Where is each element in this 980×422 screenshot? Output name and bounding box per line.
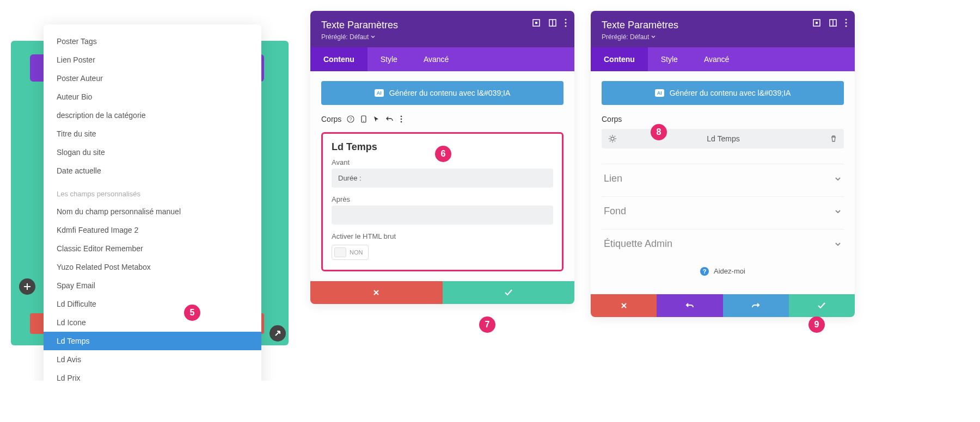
dynamic-field-row[interactable]: Ld Temps [602, 129, 844, 148]
chevron-down-icon [834, 240, 842, 248]
chevron-down-icon [371, 33, 375, 41]
svg-point-21 [611, 137, 614, 140]
dynamic-content-dropdown[interactable]: Poster TagsLien PosterPoster AuteurAuteu… [44, 24, 261, 381]
expand-circle-icon[interactable] [270, 325, 286, 342]
dropdown-section-label: Les champs personnalisés [44, 180, 261, 202]
generate-ai-button[interactable]: AI Générer du contenu avec l&#039;IA [321, 81, 564, 105]
step-badge-5: 5 [184, 305, 200, 321]
corps-label: Corps [321, 115, 341, 123]
phone-icon[interactable] [361, 115, 366, 123]
gear-icon[interactable] [608, 134, 617, 143]
panel-title: Texte Paramètres [321, 20, 564, 31]
undo-icon[interactable] [386, 115, 394, 123]
dropdown-item[interactable]: Ld Icone [44, 313, 261, 332]
before-input[interactable] [332, 169, 553, 188]
svg-rect-15 [816, 22, 818, 24]
focus-icon[interactable] [812, 18, 821, 27]
step-badge-6: 6 [435, 146, 451, 162]
accordion-admin-label[interactable]: Étiquette Admin [602, 229, 844, 258]
svg-point-4 [565, 19, 567, 21]
trash-icon[interactable] [830, 135, 837, 142]
svg-point-10 [364, 121, 365, 122]
accordion-background[interactable]: Fond [602, 196, 844, 226]
generate-ai-button[interactable]: AI Générer du contenu avec l&#039;IA [602, 81, 844, 105]
ai-badge-icon: AI [655, 89, 664, 97]
dropdown-item[interactable]: Titre du site [44, 125, 261, 143]
step-badge-7: 7 [479, 316, 495, 333]
dropdown-item[interactable]: Poster Auteur [44, 69, 261, 88]
svg-rect-1 [535, 22, 537, 24]
cancel-button[interactable] [591, 294, 657, 317]
dropdown-item[interactable]: Kdmfi Featured Image 2 [44, 221, 261, 239]
tab-style[interactable]: Style [367, 47, 411, 71]
preset-label[interactable]: Préréglé: Défaut [321, 33, 564, 41]
kebab-icon[interactable] [400, 115, 402, 123]
svg-point-6 [565, 26, 567, 27]
preset-label[interactable]: Préréglé: Défaut [602, 33, 844, 41]
step-badge-9: 9 [808, 316, 825, 333]
svg-point-18 [846, 19, 847, 21]
after-input[interactable] [332, 206, 553, 225]
tab-style[interactable]: Style [648, 47, 691, 71]
text-settings-panel-overview: Texte Paramètres Préréglé: Défaut Conten… [591, 11, 855, 317]
tab-content[interactable]: Contenu [591, 47, 648, 71]
dropdown-item[interactable]: Ld Temps [44, 332, 261, 350]
svg-point-20 [846, 26, 847, 27]
dropdown-item[interactable]: Yuzo Related Post Metabox [44, 258, 261, 276]
dropdown-item[interactable]: Nom du champ personnalisé manuel [44, 202, 261, 221]
dropdown-item[interactable]: Ld Avis [44, 350, 261, 369]
chevron-down-icon [834, 208, 842, 215]
help-link[interactable]: ? Aidez-moi [602, 258, 844, 284]
dropdown-item[interactable]: Classic Editor Remember [44, 239, 261, 258]
svg-text:?: ? [350, 116, 352, 122]
kebab-menu-icon[interactable] [845, 18, 847, 27]
chevron-down-icon [834, 175, 842, 183]
cursor-icon[interactable] [373, 115, 379, 123]
raw-html-toggle[interactable]: NON [332, 245, 369, 260]
columns-icon[interactable] [548, 18, 557, 27]
dynamic-field-label: Ld Temps [707, 134, 739, 143]
svg-point-11 [401, 116, 402, 117]
ai-badge-icon: AI [375, 89, 384, 97]
svg-point-12 [401, 119, 402, 120]
corps-label: Corps [602, 115, 622, 123]
cancel-button[interactable] [310, 281, 443, 304]
dropdown-item[interactable]: Ld Difficulte [44, 295, 261, 313]
dropdown-item[interactable]: Spay Email [44, 276, 261, 295]
focus-icon[interactable] [532, 18, 541, 27]
raw-html-label: Activer le HTML brut [332, 232, 553, 240]
dropdown-item[interactable]: Slogan du site [44, 143, 261, 162]
accordion-link[interactable]: Lien [602, 164, 844, 193]
dropdown-item[interactable]: Auteur Bio [44, 88, 261, 106]
svg-point-5 [565, 22, 567, 24]
svg-point-13 [401, 121, 402, 123]
after-label: Après [332, 195, 553, 203]
help-icon: ? [700, 267, 709, 276]
dropdown-item[interactable]: description de la catégorie [44, 106, 261, 125]
tab-advanced[interactable]: Avancé [411, 47, 462, 71]
tab-advanced[interactable]: Avancé [691, 47, 742, 71]
dropdown-item[interactable]: Poster Tags [44, 32, 261, 51]
dropdown-item[interactable]: Lien Poster [44, 51, 261, 69]
confirm-button[interactable] [443, 281, 575, 304]
dropdown-item[interactable]: Date actuelle [44, 162, 261, 180]
redo-button[interactable] [723, 294, 789, 317]
kebab-menu-icon[interactable] [565, 18, 567, 27]
step-badge-8: 8 [651, 124, 667, 140]
tab-content[interactable]: Contenu [310, 47, 367, 71]
undo-button[interactable] [657, 294, 722, 317]
dropdown-item[interactable]: Ld Prix [44, 369, 261, 381]
svg-point-19 [846, 22, 847, 24]
add-circle-icon[interactable] [19, 278, 35, 295]
generate-ai-label: Générer du contenu avec l&#039;IA [389, 89, 511, 97]
generate-ai-label: Générer du contenu avec l&#039;IA [670, 89, 791, 97]
columns-icon[interactable] [829, 18, 837, 27]
confirm-button[interactable] [789, 294, 855, 317]
panel-title: Texte Paramètres [602, 20, 844, 31]
chevron-down-icon [651, 33, 656, 41]
help-icon[interactable]: ? [347, 115, 354, 123]
